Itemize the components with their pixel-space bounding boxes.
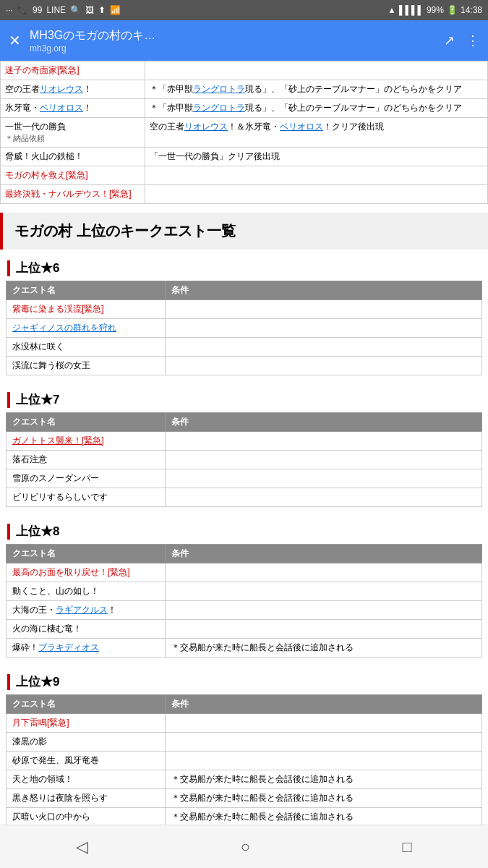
star7-table: クエスト名 条件 ガノトトス襲来！[緊急] 落石注意 雪原のスノーダンパー: [6, 412, 482, 507]
quest-name-cell: 一世一代の勝負＊納品依頼: [1, 118, 145, 148]
quest-cond-cell: [166, 469, 482, 488]
quest-name-cell: 空の王者リオレウス！: [1, 80, 145, 99]
quest-name-cell: 仄暗い火口の中から: [7, 808, 166, 827]
star7-title: 上位★7: [0, 387, 488, 412]
quest-cond-cell: [166, 582, 482, 601]
quest-cond-cell: [166, 319, 482, 338]
quest-name-cell: 最高のお面を取り戻せ！[緊急]: [7, 563, 166, 582]
toolbar-title-area: MH3Gのモガの村のキ… mh3g.org: [30, 28, 435, 54]
quest-cond-cell: [166, 714, 482, 733]
star7-label: 上位★7: [16, 391, 59, 408]
signal-bars: ▌▌▌▌: [399, 5, 424, 15]
header-condition: 条件: [166, 545, 482, 563]
star6-table: クエスト名 条件 紫毒に染まる渓流[緊急] ジャギィノスの群れを狩れ 水没林に咲…: [6, 281, 482, 375]
table-row: 漆黒の影: [7, 733, 482, 752]
close-button[interactable]: ✕: [9, 32, 21, 49]
header-quest-name: クエスト名: [7, 695, 166, 714]
quest-name-cell: 渓流に舞う桜の女王: [7, 357, 166, 375]
home-button[interactable]: ○: [241, 838, 250, 856]
quest-cond-cell: ＊交易船が来た時に船長と会話後に追加される: [166, 770, 482, 789]
star6-section: 上位★6 クエスト名 条件 紫毒に染まる渓流[緊急] ジャギィノスの群れを狩れ: [0, 255, 488, 375]
star8-section: 上位★8 クエスト名 条件 最高のお面を取り戻せ！[緊急] 動くこと、山の如し！: [0, 519, 488, 658]
table-row: ガノトトス襲来！[緊急]: [7, 432, 482, 451]
quest-name-cell: ジャギィノスの群れを狩れ: [7, 319, 166, 338]
quest-cond-cell: [166, 488, 482, 507]
quest-cond-cell: [166, 300, 482, 319]
status-99: 99: [33, 5, 42, 15]
quest-cond-cell: [166, 620, 482, 639]
header-condition: 条件: [166, 695, 482, 714]
table-row: 最終決戦・ナバルデウス！[緊急]: [1, 185, 488, 204]
table-row: 動くこと、山の如し！: [7, 582, 482, 601]
quest-name-cell: 黒き怒りは夜陰を照らす: [7, 789, 166, 808]
quest-name-cell: 落石注意: [7, 451, 166, 469]
status-line: LINE: [46, 5, 66, 15]
clock: 14:38: [461, 5, 482, 15]
table-row: 紫毒に染まる渓流[緊急]: [7, 300, 482, 319]
quest-name-cell: 爆砕！ブラキディオス: [7, 639, 166, 658]
quest-name-cell: 水没林に咲く: [7, 338, 166, 357]
quest-name-cell: 漆黒の影: [7, 733, 166, 752]
recent-button[interactable]: □: [402, 838, 411, 856]
quest-cond-cell: ＊交易船が来た時に船長と会話後に追加される: [166, 639, 482, 658]
table-row: 迷子の奇面家[緊急]: [1, 61, 488, 80]
quest-cond-cell: 空の王者リオレウス！＆氷牙竜・ベリオロス！クリア後出現: [145, 118, 488, 148]
star9-title: 上位★9: [0, 669, 488, 694]
quest-cond-cell: [166, 752, 482, 770]
quest-name-cell: 月下雷鳴[緊急]: [7, 714, 166, 733]
page-url: mh3g.org: [30, 43, 435, 54]
header-quest-name: クエスト名: [7, 545, 166, 563]
status-signal-icon: 📶: [110, 5, 121, 15]
quest-cond-cell: [166, 451, 482, 469]
star6-title: 上位★6: [0, 255, 488, 281]
page-title: MH3Gのモガの村のキ…: [30, 28, 435, 43]
quest-cond-cell: [166, 432, 482, 451]
quest-name-cell: 脅威！火山の鉄槌！: [1, 148, 145, 166]
table-row: 空の王者リオレウス！ ＊「赤甲獣ラングロトラ現る」、「砂上のテーブルマナー」のど…: [1, 80, 488, 99]
table-row: 脅威！火山の鉄槌！ 「一世一代の勝負」クリア後出現: [1, 148, 488, 166]
quest-cond-cell: ＊「赤甲獣ラングロトラ現る」、「砂上のテーブルマナー」のどちらかをクリア: [145, 80, 488, 99]
star9-label: 上位★9: [16, 673, 59, 690]
quest-cond-cell: ＊「赤甲獣ラングロトラ現る」、「砂上のテーブルマナー」のどちらかをクリア: [145, 99, 488, 118]
quest-name-cell: モガの村を救え[緊急]: [1, 166, 145, 185]
quest-cond-cell: 「一世一代の勝負」クリア後出現: [145, 148, 488, 166]
star-bar-icon: [7, 674, 10, 690]
browser-toolbar: ✕ MH3Gのモガの村のキ… mh3g.org ↗ ⋮: [0, 20, 488, 61]
star7-section: 上位★7 クエスト名 条件 ガノトトス襲来！[緊急] 落石注意 雪原: [0, 387, 488, 507]
battery-level: 99%: [427, 5, 444, 15]
quest-cond-cell: [166, 733, 482, 752]
quest-cond-cell: [166, 601, 482, 620]
table-row: モガの村を救え[緊急]: [1, 166, 488, 185]
table-row: 氷牙竜・ベリオロス！ ＊「赤甲獣ラングロトラ現る」、「砂上のテーブルマナー」のど…: [1, 99, 488, 118]
page-content: 迷子の奇面家[緊急] 空の王者リオレウス！ ＊「赤甲獣ラングロトラ現る」、「砂上…: [0, 61, 488, 868]
quest-name-cell: 最終決戦・ナバルデウス！[緊急]: [1, 185, 145, 204]
quest-name-cell: ガノトトス襲来！[緊急]: [7, 432, 166, 451]
status-bar: ··· 📞 99 LINE 🔍 🖼 ⬆ 📶 ▲ ▌▌▌▌ 99% 🔋 14:38: [0, 0, 488, 20]
table-row: 落石注意: [7, 451, 482, 469]
status-dots: ···: [6, 5, 13, 15]
star6-label: 上位★6: [16, 260, 59, 276]
table-row: 爆砕！ブラキディオス ＊交易船が来た時に船長と会話後に追加される: [7, 639, 482, 658]
table-row: 火の海に棲む竜！: [7, 620, 482, 639]
share-icon[interactable]: ↗: [444, 33, 455, 48]
table-row: ジャギィノスの群れを狩れ: [7, 319, 482, 338]
status-left: ··· 📞 99 LINE 🔍 🖼 ⬆ 📶: [6, 5, 121, 15]
quest-cond-cell: [166, 563, 482, 582]
table-row: 天と地の領域！ ＊交易船が来た時に船長と会話後に追加される: [7, 770, 482, 789]
quest-name-cell: ビリビリするらしいです: [7, 488, 166, 507]
quest-cond-cell: [166, 338, 482, 357]
status-upload-icon: ⬆: [98, 5, 106, 15]
section-title: モガの村 上位のキークエスト一覧: [14, 221, 476, 241]
table-row: 渓流に舞う桜の女王: [7, 357, 482, 375]
menu-icon[interactable]: ⋮: [466, 33, 479, 48]
quest-name-cell: 迷子の奇面家[緊急]: [1, 61, 145, 80]
back-button[interactable]: ◁: [76, 838, 88, 856]
battery-icon: 🔋: [447, 5, 458, 15]
table-row: 月下雷鳴[緊急]: [7, 714, 482, 733]
quest-cond-cell: [145, 61, 488, 80]
header-condition: 条件: [166, 281, 482, 300]
star-bar-icon: [7, 524, 10, 540]
quest-cond-cell: ＊交易船が来た時に船長と会話後に追加される: [166, 789, 482, 808]
quest-name-cell: 氷牙竜・ベリオロス！: [1, 99, 145, 118]
quest-cond-cell: [145, 185, 488, 204]
